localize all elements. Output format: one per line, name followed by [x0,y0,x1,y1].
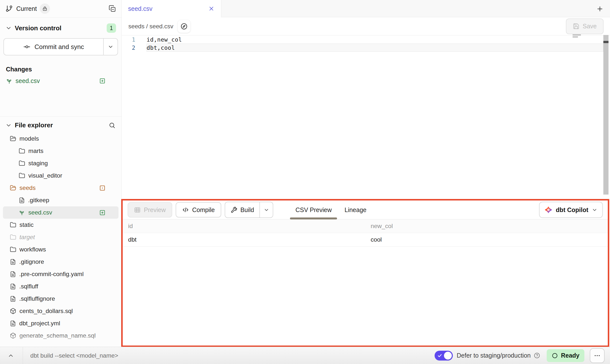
tab-lineage[interactable]: Lineage [338,200,373,219]
table-icon [134,207,141,213]
file-name: cents_to_dollars.sql [19,308,73,314]
preview-button[interactable]: Preview [128,202,172,217]
defer-toggle[interactable] [435,351,453,361]
table-cell: dbt [123,236,365,243]
toggle-knob [444,352,452,360]
lock-icon [42,6,47,11]
changes-section-label: Changes [6,66,121,73]
file-explorer-item-marts[interactable]: marts [3,145,119,157]
compile-label: Compile [192,206,215,214]
tab-csv-preview[interactable]: CSV Preview [289,200,338,219]
collapse-panel-button[interactable] [5,352,16,359]
file-explorer-item-dbt-project-yml[interactable]: dbt_project.yml [3,317,119,330]
file-explorer-item-generate-schema-name-sql[interactable]: generate_schema_name.sql [3,330,119,342]
ellipsis-icon [594,352,601,359]
folder-icon [19,148,25,154]
file-explorer-item-seed-csv[interactable]: seed.csv [3,206,119,219]
file-explorer-item-target[interactable]: target [3,231,119,243]
file-name: target [19,234,35,241]
save-label: Save [583,23,597,30]
file-name: models [19,135,39,142]
build-button[interactable]: Build [225,202,260,217]
chevron-up-icon [8,352,14,359]
editor-line[interactable]: 1 id,new_col [122,35,610,44]
version-control-title: Version control [15,24,61,32]
dbt-logo-icon [544,206,552,214]
commit-options-caret[interactable] [103,39,118,55]
model-icon [10,332,16,339]
file-explorer-list: modelsmartsstagingvisual_editorseeds.git… [0,132,121,342]
file-explorer-item-seeds[interactable]: seeds [3,182,119,194]
more-options-button[interactable] [590,348,605,363]
branch-name: Current [16,5,37,12]
copy-icon[interactable] [109,5,116,12]
file-icon [10,259,16,265]
file-name: .gitkeep [28,197,49,204]
active-line-highlight [147,44,603,52]
new-tab-button[interactable] [594,3,606,15]
lineage-tab-label: Lineage [344,206,366,214]
seedling-icon [19,209,25,216]
code-editor[interactable]: 1 id,new_col 2 dbt,cool [122,35,610,199]
editor-line-active[interactable]: 2 dbt,cool [122,44,610,52]
file-explorer-item-staging[interactable]: staging [3,157,119,169]
file-explorer-item--pre-commit-config-yaml[interactable]: .pre-commit-config.yaml [3,268,119,280]
file-explorer-header[interactable]: File explorer [0,116,121,131]
folder-icon [10,222,16,228]
file-name: seeds [19,184,35,191]
file-explorer-item--sqlfluff[interactable]: .sqlfluff [3,280,119,293]
file-explorer-item-workflows[interactable]: workflows [3,243,119,256]
search-icon[interactable] [109,122,116,129]
sidebar: Current Version control 1 Commit and syn… [0,0,122,347]
file-icon [10,296,16,302]
code-icon [182,206,189,213]
build-options-caret[interactable] [259,202,273,217]
file-name: dbt_project.yml [19,320,60,327]
file-name: marts [28,148,43,154]
close-icon[interactable] [208,5,215,12]
seedling-icon [6,78,13,84]
file-explorer-item-visual-editor[interactable]: visual_editor [3,169,119,182]
modified-dot-icon [99,185,106,191]
file-explorer-item--gitignore[interactable]: .gitignore [3,256,119,268]
help-icon[interactable] [534,352,540,359]
scrollbar-marker [603,41,609,43]
file-explorer-item-static[interactable]: static [3,219,119,231]
folder-icon [10,246,16,253]
editor-toolbar: seeds / seed.csv Save [122,17,610,35]
file-explorer-item--sqlfluffignore[interactable]: .sqlfluffignore [3,293,119,305]
navigate-compass-button[interactable] [178,20,190,33]
compile-button[interactable]: Compile [176,202,221,217]
file-explorer-item--gitkeep[interactable]: .gitkeep [3,194,119,206]
table-row[interactable]: dbt cool [123,233,608,247]
command-input[interactable]: dbt build --select <model_name> [30,352,435,359]
chevron-down-icon [264,207,269,213]
commit-and-sync-main[interactable]: Commit and sync [4,39,103,55]
folder-icon [19,172,25,179]
csv-preview-tab-label: CSV Preview [295,206,332,214]
defer-label: Defer to staging/production [457,352,531,359]
stage-file-plus-icon[interactable] [99,78,106,84]
branch-bar: Current [0,0,121,17]
branch-lock-badge [40,3,50,14]
build-split-button: Build [225,202,273,218]
file-name: .sqlfluffignore [19,295,55,302]
tab-seed-csv[interactable]: seed.csv [122,0,221,17]
file-explorer-item-models[interactable]: models [3,132,119,145]
changed-file-row[interactable]: seed.csv [0,74,121,87]
file-name: static [19,221,34,228]
chevron-down-icon [108,44,114,50]
save-icon [573,23,579,30]
file-explorer-item-cents-to-dollars-sql[interactable]: cents_to_dollars.sql [3,305,119,317]
file-icon [10,271,16,277]
dbt-copilot-button[interactable]: dbt Copilot [539,202,603,218]
commit-and-sync-label: Commit and sync [34,43,84,51]
editor-scrollbar[interactable] [603,35,609,195]
save-button[interactable]: Save [566,18,604,34]
changed-file-name: seed.csv [16,77,40,84]
file-name: generate_schema_name.sql [19,332,96,339]
version-control-header[interactable]: Version control 1 [0,17,121,35]
file-name: staging [28,160,48,167]
folder-icon [19,160,25,166]
file-name: .sqlfluff [19,283,38,290]
